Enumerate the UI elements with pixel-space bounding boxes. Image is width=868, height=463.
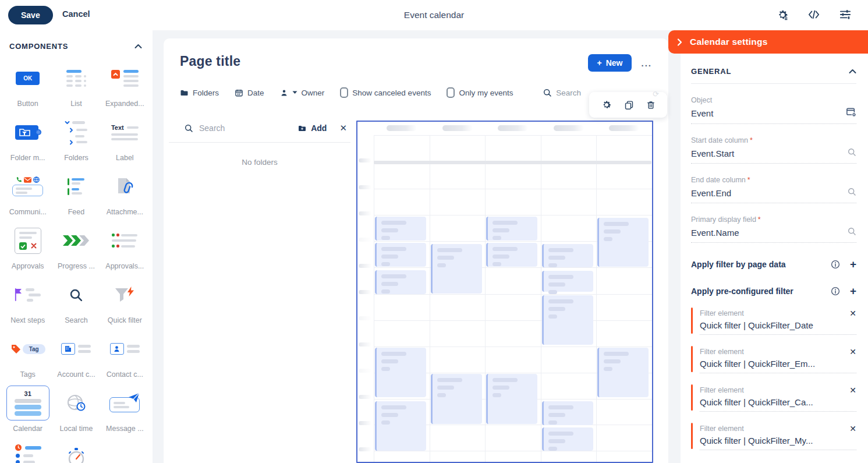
components-header[interactable]: COMPONENTS bbox=[0, 30, 153, 59]
topbar-actions bbox=[777, 8, 852, 21]
calendar-event-placeholder bbox=[542, 271, 593, 292]
delete-widget-icon[interactable] bbox=[646, 100, 656, 110]
process-gear-icon[interactable] bbox=[777, 8, 789, 21]
object-lookup-icon[interactable] bbox=[846, 107, 856, 119]
component-attachments[interactable]: Attachme... bbox=[101, 169, 148, 216]
date-filter-chip[interactable]: Date bbox=[235, 89, 264, 97]
add-filter-icon[interactable]: + bbox=[850, 285, 856, 296]
settings-panel-header[interactable]: Calendar settings bbox=[668, 30, 868, 54]
search-icon[interactable] bbox=[847, 227, 856, 238]
component-folders[interactable]: Folders bbox=[53, 115, 100, 162]
feed-icon bbox=[55, 169, 98, 204]
only-my-events-toggle[interactable]: Only my events bbox=[447, 87, 513, 98]
account-card-icon bbox=[55, 331, 98, 366]
component-search[interactable]: Search bbox=[53, 277, 100, 324]
remove-filter-icon[interactable]: ✕ bbox=[849, 347, 856, 356]
approvals-icon bbox=[6, 223, 49, 258]
filter-element-value[interactable]: Quick filter | QuickFilter_Ca... bbox=[700, 397, 856, 412]
remove-filter-icon[interactable]: ✕ bbox=[849, 309, 856, 318]
component-label: Message ... bbox=[106, 425, 144, 433]
calendar-event-placeholder bbox=[431, 244, 482, 294]
label-icon: Text bbox=[103, 115, 146, 150]
component-feed[interactable]: Feed bbox=[53, 169, 100, 216]
owner-filter-chip[interactable]: Owner bbox=[280, 89, 325, 97]
component-progress[interactable]: Progress ... bbox=[53, 223, 100, 270]
divider bbox=[169, 142, 350, 143]
refresh-icon: ⟳ bbox=[653, 90, 659, 98]
field-value: Event.End bbox=[691, 188, 731, 198]
calendar-icon bbox=[235, 89, 243, 97]
component-approvals-list[interactable]: Approvals... bbox=[101, 223, 148, 270]
field-value-control[interactable]: Event.Start bbox=[691, 147, 856, 164]
field-value-control[interactable]: Event.End bbox=[691, 187, 856, 203]
add-filter-icon[interactable]: + bbox=[850, 259, 856, 270]
collapse-panel-chevron-icon[interactable] bbox=[677, 38, 682, 46]
component-label: List bbox=[70, 100, 82, 108]
component-timer[interactable]: Timer bbox=[53, 440, 100, 463]
settings-field-object: Object Event bbox=[691, 96, 856, 124]
filter-element-value[interactable]: Quick filter | QuickFilter_Em... bbox=[700, 359, 856, 373]
filter-element-card: Filter element ✕ Quick filter | QuickFil… bbox=[691, 384, 856, 412]
field-value: Event.Start bbox=[691, 149, 734, 158]
list-icon bbox=[55, 61, 98, 96]
search-filter[interactable]: Search bbox=[543, 88, 581, 97]
settings-field-end-date-column: End date column* Event.End bbox=[691, 176, 856, 203]
calendar-event-placeholder bbox=[431, 374, 482, 424]
component-expanded[interactable]: Expanded... bbox=[101, 61, 148, 108]
component-message[interactable]: Message ... bbox=[101, 386, 148, 433]
field-value-control[interactable]: Event bbox=[691, 107, 856, 124]
add-folder-button[interactable]: Add bbox=[297, 123, 327, 133]
folder-search-input[interactable]: Search bbox=[199, 123, 297, 133]
folders-filter-chip[interactable]: Folders bbox=[180, 89, 219, 97]
component-account-card[interactable]: Account c... bbox=[53, 331, 100, 379]
field-label: End date column* bbox=[691, 176, 856, 184]
component-list[interactable]: List bbox=[53, 61, 100, 108]
component-contact-card[interactable]: Contact c... bbox=[101, 331, 148, 379]
page-settings-icon[interactable] bbox=[839, 8, 852, 21]
component-communication[interactable]: Communi... bbox=[5, 169, 51, 216]
time-label-placeholder bbox=[359, 395, 371, 399]
show-canceled-toggle[interactable]: Show canceled events bbox=[340, 87, 431, 98]
tags-icon: Tag bbox=[6, 331, 49, 366]
calendar-event-placeholder bbox=[375, 270, 426, 294]
field-value-control[interactable]: Event.Name bbox=[691, 227, 856, 243]
widget-settings-icon[interactable] bbox=[601, 100, 612, 110]
component-quick-filter[interactable]: Quick filter bbox=[101, 277, 148, 324]
filter-element-value[interactable]: Quick filter | QuickFilter_Date bbox=[700, 320, 856, 335]
apply-preconfigured-filter-row: Apply pre-configured filter + bbox=[691, 285, 856, 296]
search-icon[interactable] bbox=[847, 187, 856, 199]
field-label: Primary display field* bbox=[691, 215, 856, 224]
component-local-time[interactable]: Local time bbox=[53, 386, 100, 433]
section-collapse-chevron-icon[interactable] bbox=[849, 66, 856, 76]
field-label: Object bbox=[691, 96, 856, 104]
close-folders-button[interactable]: ✕ bbox=[337, 123, 349, 133]
calendar-icon: 31 bbox=[6, 386, 49, 420]
scrollbar-track[interactable] bbox=[675, 30, 681, 463]
search-icon[interactable] bbox=[847, 147, 856, 159]
duplicate-widget-icon[interactable] bbox=[624, 100, 634, 110]
component-folder-manager[interactable]: Folder m... bbox=[5, 115, 51, 162]
remove-filter-icon[interactable]: ✕ bbox=[849, 386, 856, 395]
filter-element-value[interactable]: Quick filter | QuickFilter_My... bbox=[700, 436, 856, 450]
calendar-event-placeholder bbox=[375, 243, 426, 267]
remove-filter-icon[interactable]: ✕ bbox=[849, 424, 856, 433]
new-button[interactable]: + New bbox=[588, 54, 632, 72]
component-timeline[interactable]: Timeline bbox=[5, 440, 51, 463]
info-icon[interactable] bbox=[831, 287, 840, 296]
day-header-placeholder bbox=[442, 125, 473, 131]
component-approvals[interactable]: Approvals bbox=[5, 223, 51, 270]
component-next-steps[interactable]: Next steps bbox=[5, 277, 51, 324]
calendar-widget[interactable] bbox=[356, 121, 653, 463]
component-tags[interactable]: Tag Tags bbox=[5, 331, 51, 379]
more-options-button[interactable]: ... bbox=[641, 58, 652, 68]
collapse-chevron-icon[interactable] bbox=[134, 41, 142, 51]
code-icon[interactable] bbox=[807, 8, 820, 21]
info-icon[interactable] bbox=[831, 260, 840, 269]
filter-element-label: Filter element bbox=[700, 348, 744, 356]
component-label: Approvals... bbox=[105, 262, 144, 270]
component-label: Local time bbox=[59, 425, 93, 433]
component-label[interactable]: Text Label bbox=[101, 115, 148, 162]
component-calendar[interactable]: 31 Calendar bbox=[5, 386, 51, 433]
general-section-header[interactable]: GENERAL bbox=[691, 66, 856, 76]
component-button[interactable]: OK Button bbox=[5, 61, 51, 108]
